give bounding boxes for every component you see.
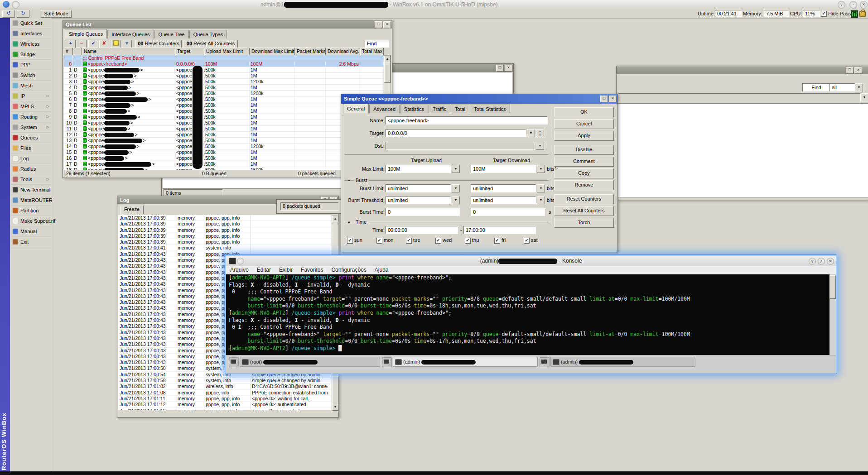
column-header-total-max-limit-b[interactable]: Total Max Limit (b... bbox=[360, 48, 384, 55]
day-thu[interactable]: ✓ thu bbox=[465, 237, 479, 244]
day-mon[interactable]: ✓ mon bbox=[376, 237, 393, 244]
queue-list-titlebar[interactable]: Queue List □× bbox=[63, 20, 392, 29]
dropdown-icon[interactable]: ▼ bbox=[452, 184, 460, 192]
undo-button[interactable]: ↺ bbox=[2, 10, 15, 18]
sidebar-item-metarouter[interactable]: MetaROUTER bbox=[10, 195, 51, 206]
chevron-down-icon[interactable]: ▼ bbox=[855, 83, 863, 92]
menu-arquivo[interactable]: Arquivo bbox=[226, 266, 253, 274]
tab-monitor-icon[interactable] bbox=[382, 357, 392, 367]
queue-row[interactable]: 16D<pppoe><pppoe ...500k1M bbox=[64, 155, 384, 161]
menu-configura-es[interactable]: Configurações bbox=[327, 266, 370, 274]
log-row[interactable]: Jun/21/2013 17:00:41memorysystem, info bbox=[118, 245, 332, 251]
find-box[interactable]: Find bbox=[802, 83, 830, 91]
menu-ajuda[interactable]: Ajuda bbox=[371, 266, 393, 274]
day-wed[interactable]: ✓ wed bbox=[435, 237, 452, 244]
dropdown-icon[interactable]: ▼ bbox=[537, 165, 545, 173]
tab-interface-queues[interactable]: Interface Queues bbox=[107, 30, 154, 38]
dst-dropdown-icon[interactable]: ▼ bbox=[536, 142, 544, 150]
column-header-target[interactable]: Target bbox=[175, 48, 204, 55]
sidebar-item-wireless[interactable]: Wireless bbox=[10, 39, 51, 49]
burst-time-upload-input[interactable]: 0 bbox=[386, 208, 460, 216]
menu-favoritos[interactable]: Favoritos bbox=[297, 266, 327, 274]
tab-total[interactable]: Total bbox=[451, 105, 469, 113]
sidebar-item-partition[interactable]: Partition bbox=[10, 206, 51, 216]
queue-row[interactable]: 5D<pppoe><pppoe ...500k1200k bbox=[64, 91, 384, 96]
collapse-arrow-icon[interactable]: ▲ bbox=[347, 220, 351, 223]
sidebar-item-ppp[interactable]: PPP bbox=[10, 60, 51, 70]
maximize-icon[interactable]: □ bbox=[375, 21, 382, 28]
queue-row[interactable]: 9D<pppoe><pppoe ...500k1M bbox=[64, 114, 384, 120]
konsole-titlebar[interactable]: (admin) - Konsole ∨ ∧ ✕ bbox=[226, 256, 836, 266]
burst-limit-upload-input[interactable]: unlimited bbox=[386, 184, 451, 192]
find-box[interactable]: Find bbox=[365, 40, 389, 48]
sidebar-item-radius[interactable]: Radius bbox=[10, 164, 51, 174]
tab-monitor-icon[interactable] bbox=[540, 357, 550, 367]
sidebar-item-log[interactable]: Log bbox=[10, 154, 51, 164]
ok-button[interactable]: OK bbox=[554, 107, 614, 117]
column-header-[interactable]: # bbox=[64, 48, 73, 55]
queue-row[interactable]: 11D<pppoe><pppoe ...500k1M bbox=[64, 126, 384, 132]
queue-row[interactable]: 4D<pppoe><pppoe ...500k1M bbox=[64, 85, 384, 91]
copy-button[interactable]: Copy bbox=[554, 168, 614, 178]
log-row[interactable]: Jun/21/2013 17:00:58memorysystem, infosi… bbox=[118, 378, 332, 384]
close-icon[interactable]: × bbox=[383, 21, 391, 28]
sidebar-item-manual[interactable]: Manual bbox=[10, 226, 51, 237]
scroll-thumb[interactable] bbox=[384, 62, 391, 83]
queue-row[interactable]: 13D<pppoe><pppoe ...500k1M bbox=[64, 138, 384, 144]
tab-statistics[interactable]: Statistics bbox=[400, 105, 428, 113]
log-row[interactable]: Jun/21/2013 17:01:11memorypppoe, ppp, in… bbox=[118, 396, 332, 402]
log-row[interactable]: Jun/21/2013 17:00:39memorypppoe, ppp, in… bbox=[118, 233, 332, 239]
burst-threshold-download-input[interactable]: unlimited bbox=[471, 196, 536, 204]
sidebar-item-mesh[interactable]: Mesh bbox=[10, 81, 51, 91]
column-header-download-avg-r[interactable]: Download Avg. R... bbox=[326, 48, 360, 55]
log-row[interactable]: Jun/21/2013 17:00:39memorypppoe, ppp, in… bbox=[118, 227, 332, 233]
log-row[interactable]: Jun/21/2013 17:01:13memorypppoe, ppp, in… bbox=[118, 408, 332, 411]
redo-button[interactable]: ↻ bbox=[17, 10, 29, 18]
column-header-packet-marks[interactable]: Packet Marks bbox=[295, 48, 326, 55]
log-row[interactable]: Jun/21/2013 17:00:39memorypppoe, ppp, in… bbox=[118, 221, 332, 227]
tab-general[interactable]: General bbox=[343, 104, 369, 113]
tab-queue-tree[interactable]: Queue Tree bbox=[154, 30, 189, 38]
sidebar-item-ip[interactable]: IP▷ bbox=[10, 91, 51, 101]
dropdown-icon[interactable]: ▼ bbox=[452, 165, 460, 173]
target-input[interactable]: 0.0.0.0/0 bbox=[386, 129, 526, 137]
torch-button[interactable]: Torch bbox=[554, 218, 614, 228]
close-icon[interactable]: × bbox=[854, 67, 862, 74]
log-row[interactable]: Jun/21/2013 17:00:39memorypppoe, ppp, in… bbox=[118, 239, 332, 245]
background-window-b-titlebar[interactable]: □× bbox=[617, 66, 868, 74]
minimize-icon[interactable]: ∨ bbox=[838, 1, 845, 9]
queue-row[interactable]: 3D<pppoe><pppoe ...500k1200k bbox=[64, 79, 384, 85]
terminal-scrollbar[interactable] bbox=[829, 274, 836, 355]
max-limit-upload-input[interactable]: 100M bbox=[386, 165, 451, 173]
maximize-icon[interactable]: □ bbox=[846, 67, 854, 74]
day-sat[interactable]: ✓ sat bbox=[524, 237, 538, 244]
log-row[interactable]: Jun/21/2013 17:01:02memorywireless, info… bbox=[118, 384, 332, 389]
name-input[interactable]: <pppoe-freeband> bbox=[386, 116, 548, 125]
sidebar-item-exit[interactable]: Exit bbox=[10, 237, 51, 247]
close-icon[interactable]: × bbox=[609, 96, 617, 102]
reset-counters-button[interactable]: Reset Counters bbox=[554, 194, 614, 204]
close-icon[interactable]: ✕ bbox=[827, 258, 834, 265]
remove-button[interactable]: Remove bbox=[554, 180, 614, 190]
queue-row[interactable]: 14D<pppoe><pppoe ...500k1200k bbox=[64, 144, 384, 149]
maximize-icon[interactable]: ∧ bbox=[818, 258, 825, 265]
freeze-button[interactable]: Freeze bbox=[120, 206, 144, 214]
target-spinner[interactable]: ▲▼ bbox=[536, 129, 544, 137]
tab-advanced[interactable]: Advanced bbox=[369, 105, 400, 113]
tab-total-statistics[interactable]: Total Statistics bbox=[470, 105, 510, 113]
disable-button[interactable]: Disable bbox=[554, 145, 614, 155]
queue-row-comment[interactable]: ;;; Control PPPoE Free Band bbox=[64, 55, 384, 61]
dst-input[interactable] bbox=[386, 142, 535, 150]
maximize-icon[interactable]: □ bbox=[496, 65, 504, 72]
queue-row[interactable]: 8D<pppoe><pppoe ...500k1M bbox=[64, 108, 384, 114]
burst-threshold-upload-input[interactable]: unlimited bbox=[386, 196, 451, 204]
close-icon[interactable]: ✕ bbox=[860, 1, 868, 9]
hide-passwords-checkbox[interactable]: ✓ bbox=[821, 11, 827, 17]
chevron-down-icon[interactable]: ▼ bbox=[860, 93, 868, 102]
sidebar-item-bridge[interactable]: Bridge bbox=[10, 49, 51, 60]
sidebar-item-queues[interactable]: Queues bbox=[10, 133, 51, 143]
sidebar-item-mpls[interactable]: MPLS▷ bbox=[10, 101, 51, 112]
queue-row[interactable]: 2D<pppoe><pppoe ...500k1M bbox=[64, 73, 384, 79]
log-row[interactable]: Jun/21/2013 17:01:12memorypppoe, ppp, in… bbox=[118, 402, 332, 408]
reset-all-counters-button[interactable]: Reset All Counters bbox=[554, 206, 614, 216]
